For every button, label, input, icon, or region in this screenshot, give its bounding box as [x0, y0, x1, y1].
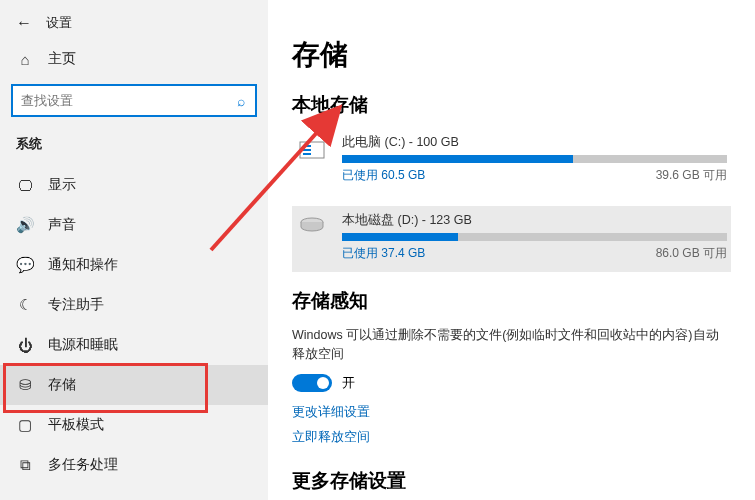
svg-rect-3: [303, 153, 311, 155]
nav-focus[interactable]: ☾ 专注助手: [0, 285, 268, 325]
sound-icon: 🔊: [16, 216, 34, 234]
home-label: 主页: [48, 50, 76, 68]
nav-power[interactable]: ⏻ 电源和睡眠: [0, 325, 268, 365]
back-icon: ←: [16, 14, 32, 32]
storage-sense-desc: Windows 可以通过删除不需要的文件(例如临时文件和回收站中的内容)自动释放…: [292, 326, 731, 364]
more-storage-title: 更多存储设置: [292, 468, 731, 494]
display-icon: 🖵: [16, 177, 34, 194]
svg-rect-1: [303, 145, 311, 147]
nav-label: 存储: [48, 376, 76, 394]
nav-label: 显示: [48, 176, 76, 194]
home-row[interactable]: ⌂ 主页: [0, 38, 268, 78]
drive-c-icon: [296, 134, 328, 184]
local-storage-title: 本地存储: [292, 92, 731, 118]
nav-label: 多任务处理: [48, 456, 118, 474]
nav-sound[interactable]: 🔊 声音: [0, 205, 268, 245]
nav-label: 通知和操作: [48, 256, 118, 274]
drive-c-free: 39.6 GB 可用: [656, 167, 727, 184]
home-icon: ⌂: [16, 51, 34, 68]
nav-tablet[interactable]: ▢ 平板模式: [0, 405, 268, 445]
focus-icon: ☾: [16, 296, 34, 314]
search-box[interactable]: ⌕: [11, 84, 257, 117]
multitask-icon: ⧉: [16, 456, 34, 474]
drive-d[interactable]: 本地磁盘 (D:) - 123 GB 已使用 37.4 GB 86.0 GB 可…: [292, 206, 731, 272]
drive-c-title: 此电脑 (C:) - 100 GB: [342, 134, 727, 151]
tablet-icon: ▢: [16, 416, 34, 434]
drive-d-title: 本地磁盘 (D:) - 123 GB: [342, 212, 727, 229]
storage-icon: ⛁: [16, 376, 34, 394]
toggle-label: 开: [342, 374, 355, 392]
link-free-space[interactable]: 立即释放空间: [292, 429, 731, 446]
svg-rect-2: [303, 149, 311, 151]
drive-d-icon: [296, 212, 328, 262]
storage-sense-toggle[interactable]: [292, 374, 332, 392]
drive-d-bar: [342, 233, 727, 241]
back-row[interactable]: ← 设置: [0, 8, 268, 38]
nav-display[interactable]: 🖵 显示: [0, 165, 268, 205]
drive-c[interactable]: 此电脑 (C:) - 100 GB 已使用 60.5 GB 39.6 GB 可用: [292, 130, 731, 192]
page-title: 存储: [292, 36, 731, 74]
main-content: 存储 本地存储 此电脑 (C:) - 100 GB 已使用 60.5 GB 39…: [268, 0, 755, 500]
nav-notifications[interactable]: 💬 通知和操作: [0, 245, 268, 285]
drive-d-used: 已使用 37.4 GB: [342, 245, 425, 262]
power-icon: ⏻: [16, 337, 34, 354]
settings-title: 设置: [46, 14, 72, 32]
nav-label: 平板模式: [48, 416, 104, 434]
notifications-icon: 💬: [16, 256, 34, 274]
nav-label: 专注助手: [48, 296, 104, 314]
sidebar: ← 设置 ⌂ 主页 ⌕ 系统 🖵 显示 🔊 声音 💬 通知和操作: [0, 0, 268, 500]
drive-d-free: 86.0 GB 可用: [656, 245, 727, 262]
search-icon: ⌕: [227, 93, 255, 109]
storage-sense-title: 存储感知: [292, 288, 731, 314]
nav-multitask[interactable]: ⧉ 多任务处理: [0, 445, 268, 485]
link-change-settings[interactable]: 更改详细设置: [292, 404, 731, 421]
nav-storage[interactable]: ⛁ 存储: [0, 365, 268, 405]
nav-label: 电源和睡眠: [48, 336, 118, 354]
drive-c-used: 已使用 60.5 GB: [342, 167, 425, 184]
toggle-row: 开: [292, 374, 731, 392]
nav-label: 声音: [48, 216, 76, 234]
drive-c-bar: [342, 155, 727, 163]
category-title: 系统: [0, 127, 268, 159]
nav-list: 🖵 显示 🔊 声音 💬 通知和操作 ☾ 专注助手 ⏻ 电源和睡眠 ⛁ 存储: [0, 165, 268, 485]
search-input[interactable]: [13, 93, 227, 108]
